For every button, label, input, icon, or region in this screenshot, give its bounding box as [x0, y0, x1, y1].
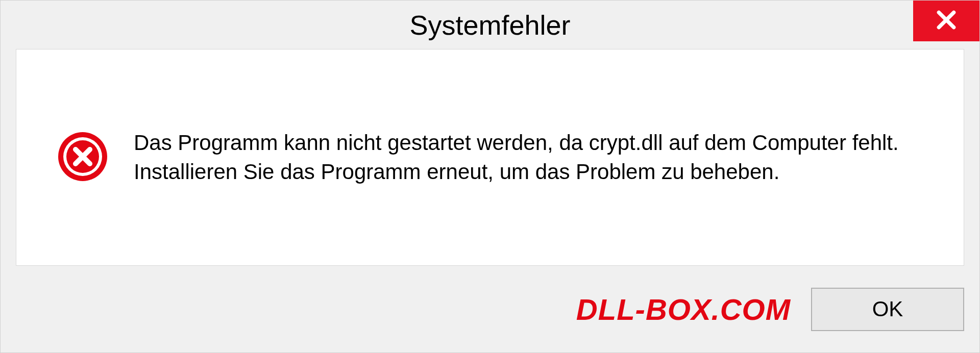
- close-button[interactable]: [913, 1, 979, 41]
- error-message: Das Programm kann nicht gestartet werden…: [134, 129, 923, 186]
- error-dialog: Systemfehler Das Programm kann nicht ges…: [0, 0, 980, 353]
- titlebar: Systemfehler: [1, 1, 979, 49]
- dialog-footer: DLL-BOX.COM OK: [1, 266, 979, 352]
- content-panel: Das Programm kann nicht gestartet werden…: [16, 49, 964, 266]
- watermark-text: DLL-BOX.COM: [576, 292, 791, 326]
- ok-button[interactable]: OK: [811, 288, 964, 331]
- dialog-title: Systemfehler: [409, 9, 570, 41]
- close-icon: [935, 9, 958, 33]
- error-icon: [57, 131, 108, 184]
